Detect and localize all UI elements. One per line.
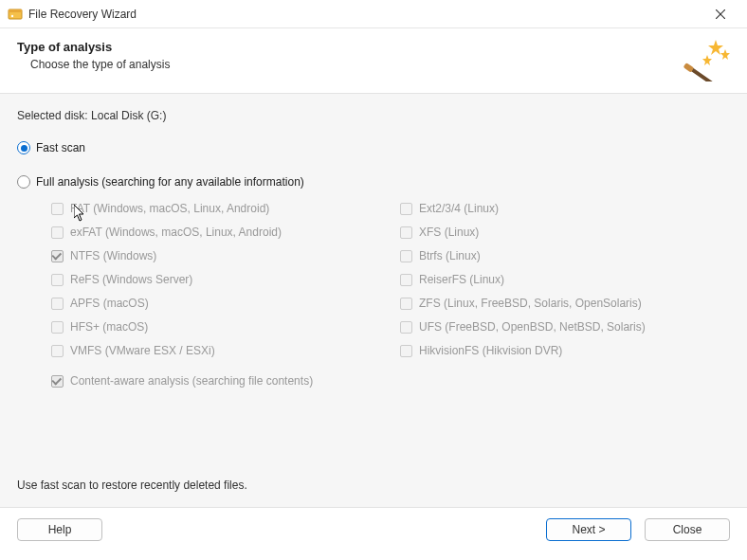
- checkbox-icon: [400, 298, 412, 310]
- checkbox-icon: [400, 250, 412, 262]
- checkbox-icon: [51, 321, 64, 334]
- filesystem-checkbox-right-6[interactable]: HikvisionFS (Hikvision DVR): [400, 344, 730, 357]
- close-button[interactable]: Close: [645, 518, 730, 541]
- hint-text: Use fast scan to restore recently delete…: [17, 479, 247, 492]
- checkbox-icon: [400, 321, 412, 334]
- checkbox-icon: [51, 345, 64, 357]
- svg-marker-7: [702, 55, 712, 65]
- filesystem-checkbox-left-0[interactable]: FAT (Windows, macOS, Linux, Android): [51, 202, 381, 215]
- app-icon: [8, 7, 23, 22]
- filesystem-checkbox-left-5[interactable]: HFS+ (macOS): [51, 320, 381, 334]
- full-analysis-label: Full analysis (searching for any availab…: [36, 175, 304, 189]
- window-title: File Recovery Wizard: [28, 8, 701, 21]
- filesystem-checkbox-left-4[interactable]: APFS (macOS): [51, 297, 381, 310]
- filesystem-label: exFAT (Windows, macOS, Linux, Android): [70, 226, 282, 239]
- filesystem-checkbox-right-1[interactable]: XFS (Linux): [400, 226, 730, 239]
- page-title: Type of analysis: [17, 40, 170, 54]
- wizard-footer: Help Next > Close: [0, 508, 747, 551]
- next-button[interactable]: Next >: [546, 518, 631, 541]
- filesystem-checkbox-right-5[interactable]: UFS (FreeBSD, OpenBSD, NetBSD, Solaris): [400, 320, 730, 334]
- filesystem-grid: FAT (Windows, macOS, Linux, Android)Ext2…: [51, 202, 730, 357]
- window-close-button[interactable]: [701, 0, 739, 28]
- full-analysis-radio[interactable]: Full analysis (searching for any availab…: [17, 175, 730, 189]
- svg-marker-6: [720, 49, 730, 60]
- checkbox-icon: [51, 203, 64, 215]
- filesystem-checkbox-left-1[interactable]: exFAT (Windows, macOS, Linux, Android): [51, 226, 381, 239]
- help-button[interactable]: Help: [17, 518, 102, 541]
- checkbox-icon: [51, 375, 64, 388]
- filesystem-checkbox-left-2[interactable]: NTFS (Windows): [51, 249, 381, 262]
- svg-rect-1: [9, 9, 22, 12]
- filesystem-label: VMFS (VMware ESX / ESXi): [70, 344, 215, 357]
- filesystem-label: HFS+ (macOS): [70, 320, 148, 334]
- filesystem-checkbox-left-3[interactable]: ReFS (Windows Server): [51, 273, 381, 286]
- content-aware-label: Content-aware analysis (searching file c…: [70, 374, 313, 388]
- checkbox-icon: [51, 274, 64, 286]
- svg-marker-5: [708, 40, 723, 55]
- checkbox-icon: [400, 345, 412, 357]
- svg-point-2: [11, 14, 13, 16]
- checkbox-icon: [400, 226, 412, 239]
- selected-disk-label: Selected disk: Local Disk (G:): [17, 109, 730, 122]
- page-subtitle: Choose the type of analysis: [17, 58, 170, 71]
- filesystem-label: HikvisionFS (Hikvision DVR): [419, 344, 562, 357]
- filesystem-label: Btrfs (Linux): [419, 249, 481, 262]
- filesystem-checkbox-right-0[interactable]: Ext2/3/4 (Linux): [400, 202, 730, 215]
- checkbox-icon: [51, 298, 64, 310]
- filesystem-label: UFS (FreeBSD, OpenBSD, NetBSD, Solaris): [419, 320, 646, 334]
- checkbox-icon: [400, 203, 412, 215]
- filesystem-checkbox-right-3[interactable]: ReiserFS (Linux): [400, 273, 730, 286]
- content-aware-checkbox[interactable]: Content-aware analysis (searching file c…: [51, 374, 730, 388]
- radio-icon: [17, 175, 30, 189]
- checkbox-icon: [400, 274, 412, 286]
- checkbox-icon: [51, 226, 64, 239]
- filesystem-label: FAT (Windows, macOS, Linux, Android): [70, 202, 269, 215]
- wizard-header: Type of analysis Choose the type of anal…: [0, 28, 747, 93]
- filesystem-label: Ext2/3/4 (Linux): [419, 202, 499, 215]
- fast-scan-label: Fast scan: [36, 141, 85, 154]
- filesystem-label: ReFS (Windows Server): [70, 273, 192, 286]
- wizard-wand-icon: [683, 38, 730, 81]
- checkbox-icon: [51, 250, 64, 262]
- filesystem-label: ReiserFS (Linux): [419, 273, 504, 286]
- wizard-content: Selected disk: Local Disk (G:) Fast scan…: [0, 93, 747, 508]
- filesystem-checkbox-left-6[interactable]: VMFS (VMware ESX / ESXi): [51, 344, 381, 357]
- radio-icon: [17, 141, 30, 154]
- filesystem-label: NTFS (Windows): [70, 249, 156, 262]
- filesystem-checkbox-right-4[interactable]: ZFS (Linux, FreeBSD, Solaris, OpenSolari…: [400, 297, 730, 310]
- fast-scan-radio[interactable]: Fast scan: [17, 141, 730, 154]
- titlebar: File Recovery Wizard: [0, 0, 747, 28]
- filesystem-label: APFS (macOS): [70, 297, 149, 310]
- filesystem-label: XFS (Linux): [419, 226, 479, 239]
- filesystem-checkbox-right-2[interactable]: Btrfs (Linux): [400, 249, 730, 262]
- filesystem-label: ZFS (Linux, FreeBSD, Solaris, OpenSolari…: [419, 297, 642, 310]
